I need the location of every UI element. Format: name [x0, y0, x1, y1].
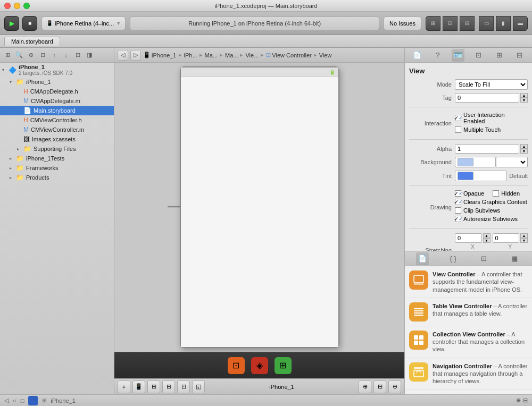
lib-code-btn[interactable]: { }	[447, 252, 460, 265]
active-tab[interactable]: Main.storyboard	[4, 37, 60, 46]
iphone-mockup[interactable]: 🔋	[180, 66, 339, 348]
back-icon[interactable]: ◁	[4, 397, 9, 404]
background-select[interactable]	[496, 157, 528, 167]
opaque-checkbox[interactable]: ✓	[455, 190, 461, 197]
tint-swatch[interactable]	[458, 172, 473, 180]
stretch-y-stepper[interactable]: ▲ ▼	[520, 233, 528, 243]
quick-help-btn[interactable]: ?	[431, 49, 444, 62]
up-icon[interactable]: □	[21, 397, 24, 404]
alpha-input[interactable]	[455, 144, 519, 154]
zoom-fit-button[interactable]: ⊟	[373, 380, 386, 393]
run-button[interactable]: ▶	[4, 16, 19, 31]
layout-tool-4[interactable]: ◱	[192, 380, 205, 393]
size-inspector-btn[interactable]: ⊞	[493, 49, 505, 62]
file-inspector-btn[interactable]: 📄	[411, 49, 423, 62]
sidebar-tool-2[interactable]: 🔍	[14, 50, 24, 61]
version-toggle[interactable]: ▭	[479, 16, 494, 31]
breadcrumb-viewcontroller[interactable]: ⊡ View Controller ▸	[266, 52, 318, 58]
sidebar-item-appdelegate-h[interactable]: H CMAppDelegate.h	[0, 87, 114, 96]
tag-input[interactable]	[455, 93, 519, 103]
sx-inc[interactable]: ▲	[483, 233, 491, 238]
sidebar-item-supporting[interactable]: ▸ 📁 Supporting Files	[0, 144, 114, 154]
grid-btn[interactable]: ⊟	[523, 397, 528, 404]
editor-toggle[interactable]: ⊡	[443, 16, 458, 31]
layout-tool-1[interactable]: ⊞	[147, 380, 160, 393]
debug-toggle[interactable]: ▬	[513, 16, 528, 31]
sidebar-item-appdelegate-m[interactable]: M CMAppDelegate.m	[0, 96, 114, 106]
forward-icon[interactable]: ○	[13, 397, 16, 404]
tag-stepper[interactable]: ▲ ▼	[520, 93, 528, 103]
utility-toggle[interactable]: ▮	[496, 16, 511, 31]
background-swatch[interactable]	[458, 158, 473, 166]
background-control[interactable]	[455, 157, 496, 167]
layout-tool-3[interactable]: ⊡	[177, 380, 190, 393]
table-view-badge[interactable]: ◈	[251, 357, 268, 374]
sidebar-item-frameworks[interactable]: ▸ 📁 Frameworks	[0, 163, 114, 173]
close-button[interactable]	[4, 3, 11, 9]
lib-media-btn[interactable]: ▦	[508, 252, 521, 265]
sidebar-tool-8[interactable]: ◨	[84, 50, 95, 61]
sidebar-item-viewcontroller-m[interactable]: M CMViewController.m	[0, 125, 114, 134]
breadcrumb-iph[interactable]: iPh... ▸	[184, 52, 204, 58]
lib-item-tableview[interactable]: Table View Controller – A controller tha…	[405, 298, 532, 326]
user-interaction-checkbox[interactable]: ✓	[455, 115, 461, 121]
sidebar-tool-6[interactable]: ↓	[61, 50, 71, 61]
lib-file-btn[interactable]: 📄	[416, 252, 429, 265]
sidebar-item-viewcontroller-h[interactable]: H CMViewController.h	[0, 115, 114, 125]
minimize-button[interactable]	[14, 3, 20, 9]
maximize-button[interactable]	[23, 3, 30, 9]
sy-inc[interactable]: ▲	[520, 233, 528, 238]
view-controller-badge[interactable]: ⊡	[228, 357, 245, 374]
sx-dec[interactable]: ▼	[483, 238, 491, 243]
clears-graphics-checkbox[interactable]: ✓	[455, 199, 461, 205]
tag-decrement[interactable]: ▼	[520, 98, 528, 103]
zoom-in-button[interactable]: ⊕	[359, 380, 371, 393]
stretch-x-stepper[interactable]: ▲ ▼	[483, 233, 491, 243]
alpha-decrement[interactable]: ▼	[520, 149, 528, 154]
alpha-increment[interactable]: ▲	[520, 144, 528, 149]
issues-button[interactable]: No Issues	[384, 16, 421, 30]
sidebar-tool-4[interactable]: ⊟	[37, 50, 48, 61]
breadcrumb-vie[interactable]: Vie... ▸	[245, 52, 265, 58]
canvas-content[interactable]: 🔋	[114, 63, 404, 352]
layout-tool-2[interactable]: ⊟	[162, 380, 175, 393]
lib-item-viewcontroller[interactable]: View Controller – A controller that supp…	[405, 266, 532, 298]
stretch-y-input[interactable]	[493, 233, 520, 243]
connections-inspector-btn[interactable]: ⊟	[513, 49, 526, 62]
breadcrumb-ma2[interactable]: Ma... ▸	[225, 52, 244, 58]
stop-button[interactable]: ■	[22, 16, 37, 31]
breadcrumb-iphone[interactable]: 📱 iPhone_1 ▸	[143, 52, 183, 58]
multiple-touch-checkbox[interactable]	[455, 126, 461, 133]
mode-select[interactable]: Scale To Fill Scale Aspect Fit Scale Asp…	[455, 79, 528, 90]
assistant-toggle[interactable]: ⊟	[460, 16, 475, 31]
sidebar-item-products[interactable]: ▸ 📁 Products	[0, 173, 114, 182]
sidebar-tool-3[interactable]: ⊕	[26, 50, 36, 61]
stretch-x-input[interactable]	[455, 233, 482, 243]
window-controls[interactable]	[4, 3, 30, 9]
sidebar-item-iphone1[interactable]: ▾ 📁 iPhone_1	[0, 77, 114, 87]
scheme-selector[interactable]: 📱 iPhone Retina (4–inc... ▼	[41, 16, 126, 30]
tint-control[interactable]	[455, 171, 507, 181]
canvas-back-btn[interactable]: ◁	[118, 50, 128, 61]
sidebar-item-main-storyboard[interactable]: 📄 Main.storyboard	[0, 106, 114, 115]
sidebar-tool-5[interactable]: ↑	[49, 50, 60, 61]
attributes-inspector-btn[interactable]: ⊡	[472, 49, 485, 62]
lib-item-navcontroller[interactable]: Navigation Controller – A controller tha…	[405, 358, 532, 390]
autoresize-checkbox[interactable]: ✓	[455, 216, 461, 222]
sy-dec[interactable]: ▼	[520, 238, 528, 243]
clip-subviews-checkbox[interactable]	[455, 207, 461, 214]
sidebar-item-tests[interactable]: ▸ 📁 iPhone_1Tests	[0, 154, 114, 163]
sidebar-tool-1[interactable]: ⊞	[2, 50, 13, 61]
canvas-forward-btn[interactable]: ▷	[130, 50, 141, 61]
sidebar-toggle[interactable]: ⊞	[426, 16, 440, 31]
identity-inspector-btn[interactable]: 🪪	[452, 49, 464, 62]
sidebar-tool-7[interactable]: ⊡	[72, 50, 83, 61]
lib-item-collectionview[interactable]: Collection View Controller – A controlle…	[405, 326, 532, 358]
alpha-stepper[interactable]: ▲ ▼	[520, 144, 528, 154]
zoom-btn[interactable]: ⊕	[516, 397, 521, 404]
breadcrumb-ma1[interactable]: Ma... ▸	[205, 52, 224, 58]
zoom-out-button[interactable]: ⊖	[388, 380, 401, 393]
tag-increment[interactable]: ▲	[520, 93, 528, 98]
lib-object-btn[interactable]: ⊡	[477, 252, 490, 265]
collection-view-badge[interactable]: ⊞	[275, 357, 292, 374]
